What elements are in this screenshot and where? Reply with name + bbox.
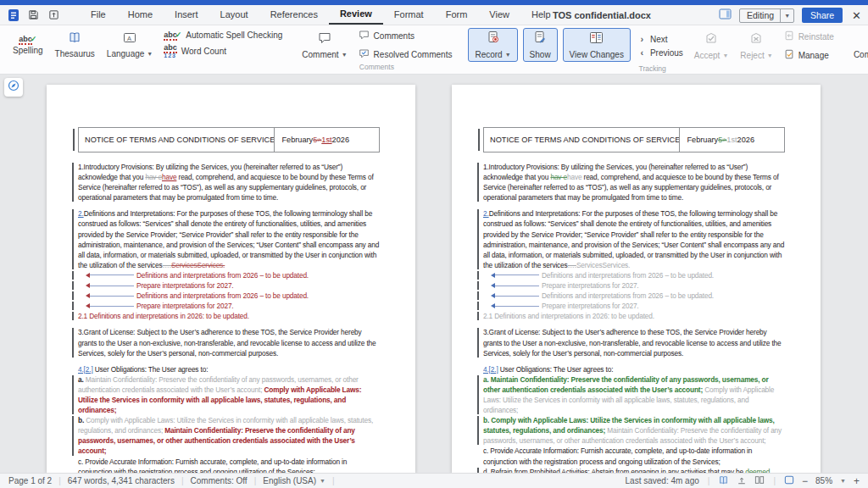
automatic-spell-checking-button[interactable]: abc✓ Automatic Spell Checking [164,30,282,40]
separator: | [181,476,184,485]
paragraph-spacer [78,202,380,208]
reinstate-icon [784,29,794,44]
compare-documents-label: Compare Documents [854,50,868,59]
ribbon-group-comments: Comment▼ Comments Resolved Comments Comm… [296,27,457,74]
doc-paragraph[interactable]: a. Maintain Confidentiality: Preserve th… [483,374,785,415]
doc-paragraph[interactable]: c. Provide Accurate Information: Furnish… [78,457,380,473]
language-button[interactable]: A Language▼ [101,27,159,63]
doc-paragraph[interactable]: b. Comply with Applicable Laws: Utilize … [483,415,785,446]
doc-paragraph[interactable]: c. Provide Accurate Information: Furnish… [483,446,785,466]
doc-paragraph[interactable]: 2.1 Definitions and interpretations in 2… [483,311,785,321]
doc-paragraph[interactable]: a. Maintain Confidentiality: Preserve th… [78,374,380,415]
text-run: have [567,173,581,181]
tracked-change-line[interactable]: Definitions and interpretations from 202… [483,270,785,280]
chevron-down-icon[interactable]: ▼ [147,51,153,57]
separator: | [708,476,710,485]
chevron-down-icon[interactable]: ▼ [505,52,511,58]
doc-paragraph[interactable]: 1.Introductory Provisions: By utilizing … [483,162,785,202]
navigation-pane-toggle[interactable] [4,78,23,97]
doc-paragraph[interactable]: 1.Introductory Provisions: By utilizing … [78,162,380,202]
compare-documents-button[interactable]: Compare Documents▼ [848,27,868,63]
editing-mode-button[interactable]: Editing ▼ [739,8,794,23]
nav-compass-icon [8,80,19,95]
save-icon[interactable] [28,9,39,20]
zoom-out-button[interactable]: − [802,475,808,487]
language-status[interactable]: English (USA) [263,476,316,485]
menu-format[interactable]: Format [383,5,435,25]
menu-layout[interactable]: Layout [209,5,259,25]
doc-paragraph[interactable]: 4.[2.] User Obligations: The User agrees… [483,364,785,374]
tracked-change-line[interactable]: Definitions and interpretations from 202… [483,291,785,301]
fullscreen-icon[interactable] [784,475,794,486]
document-page-2[interactable]: NOTICE OF TERMS AND CONDITIONS OF SERVIC… [452,85,821,473]
manage-button[interactable]: Manage [784,47,834,63]
menu-view[interactable]: View [478,5,520,25]
menu-file[interactable]: File [80,5,117,25]
menu-form[interactable]: Form [435,5,479,25]
doc-paragraph[interactable]: 2.Definitions and Interpretations: For t… [78,208,380,270]
multipage-view-icon[interactable] [754,475,765,486]
menu-insert[interactable]: Insert [164,5,209,25]
text-run: Definitions and interpretations from 202… [542,291,714,301]
tracked-change-line[interactable]: Definitions and interpretations from 202… [78,270,380,280]
doc-paragraph[interactable]: 3.Grant of License: Subject to the User’… [78,327,380,358]
export-icon[interactable] [48,9,59,20]
reinstate-button[interactable]: Reinstate [784,29,834,44]
previous-change-button[interactable]: ‹ Previous [638,47,683,58]
zoom-in-button[interactable]: + [854,475,860,487]
pan-view-icon[interactable] [737,475,747,486]
document-page-1[interactable]: NOTICE OF TERMS AND CONDITIONS OF SERVIC… [47,85,415,473]
thesaurus-button[interactable]: Thesaurus [49,27,101,63]
ribbon-group-compare: Compare Documents▼ Compare [848,27,868,74]
record-changes-button[interactable]: Record▼ [468,28,517,62]
reinstate-label: Reinstate [798,32,834,42]
spelling-button[interactable]: abc✓ Spelling [7,27,49,63]
doc-paragraph[interactable]: 4.[2.] User Obligations: The User agrees… [78,364,380,374]
view-changes-button[interactable]: View Changes [563,28,631,62]
accept-button[interactable]: Accept▼ [688,27,735,64]
language-label: Language [107,49,145,58]
title-bar: FileHomeInsertLayoutReferencesReviewForm… [0,5,868,25]
tracked-change-line[interactable]: Prepare interpretations for 2027. [78,301,380,311]
separator: | [332,476,335,485]
group-label-comments: Comments [296,63,457,74]
chevron-down-icon[interactable]: ▼ [342,52,348,58]
zoom-level[interactable]: 85% [815,476,832,485]
doc-paragraph[interactable]: d. Refrain from Prohibited Activities: A… [483,467,785,473]
tracked-change-line[interactable]: Definitions and interpretations from 202… [78,291,380,301]
next-change-button[interactable]: › Next [638,34,683,44]
word-count-status[interactable]: 647 words, 4,341 characters [68,476,175,485]
doc-paragraph[interactable]: 2.1 Definitions and interpretations in 2… [78,311,380,321]
show-markup-button[interactable]: Show [523,28,558,62]
tracked-change-line[interactable]: Prepare interpretations for 2027. [483,301,785,311]
doc-paragraph[interactable]: 3.Grant of License: Subject to the User’… [483,327,785,358]
tracked-change-line[interactable]: Prepare interpretations for 2027. [483,280,785,291]
text-run: ServicesServices. [171,261,225,269]
menu-home[interactable]: Home [117,5,164,25]
chevron-down-icon[interactable]: ▼ [840,478,846,484]
close-icon[interactable]: ✕ [852,9,861,22]
resolved-comments-button[interactable]: Resolved Comments [359,47,453,62]
previous-label: Previous [650,48,683,58]
group-label-tracking: Tracking [465,64,838,74]
word-count-button[interactable]: abc123 Word Count [164,43,282,60]
doc-paragraph[interactable]: 2.Definitions and Interpretations: For t… [483,208,785,270]
text-run: User Obligations: The User agrees to: [93,365,209,374]
comments-state[interactable]: Comments: Off [191,476,248,485]
comments-button[interactable]: Comments [359,28,453,43]
tracked-change-line[interactable]: Prepare interpretations for 2027. [78,280,380,291]
sidebar-toggle-icon[interactable] [719,8,732,23]
thesaurus-icon [68,31,81,47]
auto-spell-icon: abc✓ [164,30,181,39]
chevron-down-icon[interactable]: ▼ [780,9,793,22]
chevron-down-icon[interactable]: ▼ [320,478,326,484]
text-run: Prepare interpretations for 2027. [136,301,234,311]
menu-review[interactable]: Review [329,5,383,25]
reject-button[interactable]: Reject▼ [734,27,778,64]
share-button[interactable]: Share [802,8,843,23]
menu-references[interactable]: References [259,5,329,25]
comment-button[interactable]: Comment▼ [296,27,353,63]
comment-label: Comment [302,50,338,59]
doc-paragraph[interactable]: b. Comply with Applicable Laws: Utilize … [78,415,380,456]
book-view-icon[interactable] [718,475,729,486]
